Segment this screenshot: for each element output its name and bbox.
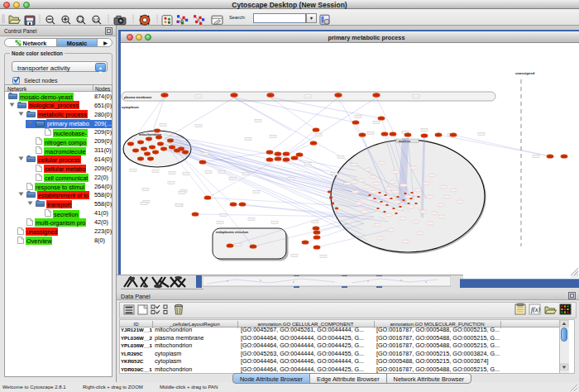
svg-text:endoplasmic reticulum: endoplasmic reticulum [216,231,248,234]
svg-text:1:1: 1:1 [93,18,99,22]
svg-text:cytoplasm: cytoplasm [122,105,139,109]
svg-text:f(x): f(x) [531,306,540,313]
svg-text:unassigned: unassigned [515,71,535,75]
svg-text:plasma membrane: plasma membrane [124,96,151,99]
